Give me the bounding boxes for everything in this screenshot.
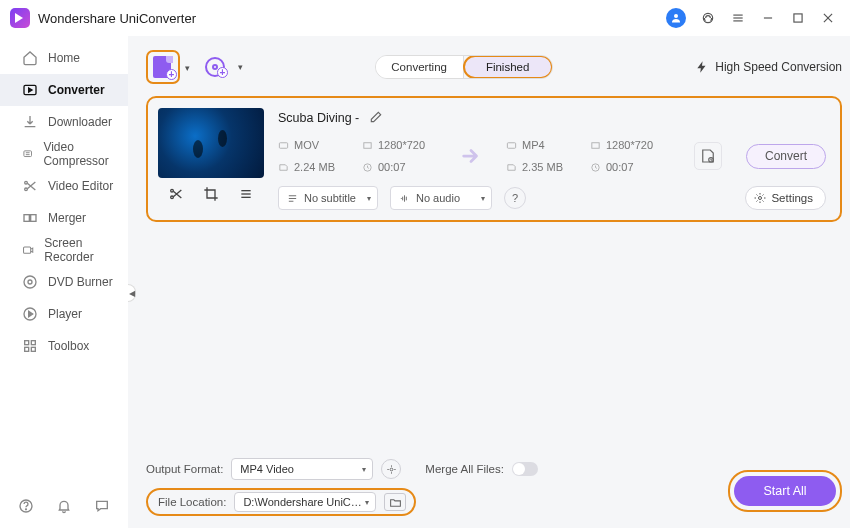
svg-point-16 — [24, 276, 36, 288]
crop-button[interactable] — [203, 186, 219, 202]
sidebar-item-converter[interactable]: Converter — [0, 74, 128, 106]
source-size: 2.24 MB — [294, 161, 335, 173]
account-icon[interactable] — [666, 8, 686, 28]
target-size: 2.35 MB — [522, 161, 563, 173]
svg-point-11 — [25, 181, 28, 184]
more-tools-button[interactable] — [238, 186, 254, 202]
trim-button[interactable] — [168, 186, 184, 202]
target-format: MP4 — [522, 139, 545, 151]
svg-rect-19 — [25, 341, 29, 345]
svg-rect-31 — [364, 142, 371, 148]
sidebar-item-dvd[interactable]: DVD Burner — [0, 266, 128, 298]
file-location-select[interactable]: D:\Wondershare UniConverter ▾ — [234, 492, 376, 512]
sidebar-item-merger[interactable]: Merger — [0, 202, 128, 234]
source-resolution: 1280*720 — [378, 139, 425, 151]
start-all-button[interactable]: Start All — [734, 476, 836, 506]
svg-rect-30 — [279, 142, 287, 148]
video-thumbnail[interactable] — [158, 108, 264, 178]
sidebar: Home Converter Downloader Video Compress… — [0, 36, 128, 528]
merge-toggle[interactable] — [512, 462, 538, 476]
notifications-icon[interactable] — [56, 498, 72, 514]
sidebar-item-label: DVD Burner — [48, 275, 113, 289]
tab-converting[interactable]: Converting — [376, 56, 464, 78]
chevron-down-icon: ▾ — [365, 498, 369, 507]
tab-finished[interactable]: Finished — [463, 55, 553, 79]
menu-icon[interactable] — [730, 10, 746, 26]
close-button[interactable] — [820, 10, 836, 26]
merge-label: Merge All Files: — [425, 463, 504, 475]
home-icon — [22, 50, 38, 66]
media-item-card: Scuba Diving - MOV 1280*720 2.24 MB 00:0… — [146, 96, 842, 222]
chevron-down-icon: ▾ — [362, 465, 366, 474]
sidebar-item-compressor[interactable]: Video Compressor — [0, 138, 128, 170]
add-file-icon: + — [153, 56, 173, 78]
high-speed-label: High Speed Conversion — [715, 60, 842, 74]
add-dvd-button[interactable]: + ▾ — [198, 50, 232, 84]
target-duration: 00:07 — [606, 161, 634, 173]
output-preset-button[interactable] — [694, 142, 722, 170]
open-folder-button[interactable] — [384, 493, 406, 511]
start-all-highlight: Start All — [728, 470, 842, 512]
video-title: Scuba Diving - — [278, 111, 359, 125]
subtitle-value: No subtitle — [304, 192, 356, 204]
converter-icon — [22, 82, 38, 98]
sidebar-item-label: Video Editor — [48, 179, 113, 193]
svg-point-0 — [674, 14, 678, 18]
file-location-label: File Location: — [158, 496, 226, 508]
svg-rect-13 — [24, 215, 29, 222]
minimize-button[interactable] — [760, 10, 776, 26]
download-icon — [22, 114, 38, 130]
source-specs: MOV 1280*720 2.24 MB 00:07 — [278, 136, 436, 176]
svg-point-12 — [25, 188, 28, 191]
file-location-value: D:\Wondershare UniConverter — [243, 496, 365, 508]
sidebar-item-recorder[interactable]: Screen Recorder — [0, 234, 128, 266]
convert-button[interactable]: Convert — [746, 144, 826, 169]
sidebar-item-toolbox[interactable]: Toolbox — [0, 330, 128, 362]
sidebar-item-home[interactable]: Home — [0, 42, 128, 74]
subtitle-select[interactable]: No subtitle ▾ — [278, 186, 378, 210]
svg-rect-10 — [24, 151, 32, 157]
sidebar-item-editor[interactable]: Video Editor — [0, 170, 128, 202]
subtitle-icon — [287, 193, 298, 204]
add-files-button[interactable]: + ▾ — [146, 50, 180, 84]
output-format-select[interactable]: MP4 Video ▾ — [231, 458, 373, 480]
bolt-icon — [695, 60, 709, 74]
disc-icon — [22, 274, 38, 290]
maximize-button[interactable] — [790, 10, 806, 26]
edit-title-button[interactable] — [369, 110, 383, 127]
output-settings-button[interactable] — [381, 459, 401, 479]
chevron-down-icon: ▾ — [481, 194, 485, 203]
file-location-group: File Location: D:\Wondershare UniConvert… — [146, 488, 416, 516]
app-name: Wondershare UniConverter — [38, 11, 196, 26]
sidebar-item-label: Video Compressor — [43, 140, 114, 168]
svg-point-38 — [390, 468, 393, 471]
sidebar-item-downloader[interactable]: Downloader — [0, 106, 128, 138]
help-icon[interactable] — [18, 498, 34, 514]
sidebar-item-label: Merger — [48, 211, 86, 225]
top-toolbar: + ▾ + ▾ Converting Finished High Speed C… — [146, 46, 842, 88]
high-speed-toggle[interactable]: High Speed Conversion — [695, 60, 842, 74]
svg-rect-15 — [24, 247, 31, 253]
settings-label: Settings — [771, 192, 813, 204]
feedback-icon[interactable] — [94, 498, 110, 514]
sidebar-item-player[interactable]: Player — [0, 298, 128, 330]
info-button[interactable]: ? — [504, 187, 526, 209]
target-resolution: 1280*720 — [606, 139, 653, 151]
svg-rect-22 — [31, 347, 35, 351]
output-format-label: Output Format: — [146, 463, 223, 475]
audio-select[interactable]: No audio ▾ — [390, 186, 492, 210]
support-icon[interactable] — [700, 10, 716, 26]
svg-point-37 — [759, 197, 762, 200]
svg-point-24 — [26, 509, 27, 510]
sidebar-item-label: Converter — [48, 83, 105, 97]
chevron-down-icon: ▾ — [185, 63, 190, 73]
merger-icon — [22, 210, 38, 226]
svg-rect-20 — [31, 341, 35, 345]
compressor-icon — [22, 146, 33, 162]
chevron-down-icon: ▾ — [367, 194, 371, 203]
sidebar-item-label: Screen Recorder — [44, 236, 114, 264]
item-settings-button[interactable]: Settings — [745, 186, 826, 210]
audio-icon — [399, 193, 410, 204]
recorder-icon — [22, 242, 34, 258]
app-logo — [10, 8, 30, 28]
